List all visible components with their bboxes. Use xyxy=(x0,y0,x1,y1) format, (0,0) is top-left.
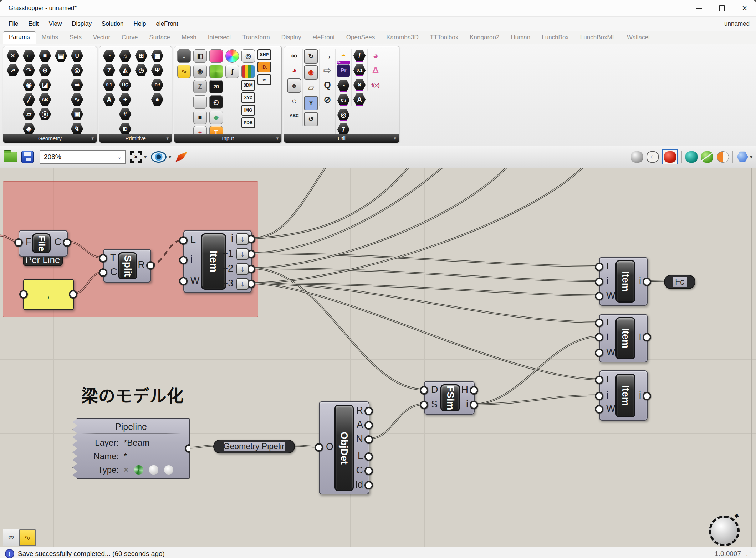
toolbar-icon[interactable]: A xyxy=(103,93,116,106)
input-port-C[interactable] xyxy=(99,268,107,277)
input-port-L[interactable] xyxy=(595,319,603,327)
wire-grey[interactable] xyxy=(252,283,599,379)
input-port-F[interactable] xyxy=(14,238,23,247)
group-label-util[interactable]: Util▾ xyxy=(284,134,399,143)
toolbar-icon[interactable]: ↯ xyxy=(71,122,83,135)
sketch-pen-button[interactable] xyxy=(175,152,188,162)
group-label-input[interactable]: Input▾ xyxy=(174,134,281,143)
toolbar-icon[interactable]: ◉ xyxy=(193,65,207,78)
input-port-i[interactable] xyxy=(595,392,603,400)
toolbar-icon[interactable]: ↷ xyxy=(22,64,35,77)
wire-grey[interactable] xyxy=(252,168,446,253)
output-port-C[interactable] xyxy=(364,467,373,475)
item-b-component[interactable]: ItemLiWi xyxy=(599,314,648,362)
sketch-toggle[interactable]: ∿ xyxy=(19,529,36,546)
toolbar-icon[interactable]: ID xyxy=(119,122,132,135)
navigation-ball[interactable] xyxy=(709,516,740,546)
wire-maroon[interactable] xyxy=(73,272,103,294)
wire-grey[interactable] xyxy=(252,283,599,379)
toolbar-icon[interactable]: ◴ xyxy=(209,95,223,109)
zoom-extents-dropdown[interactable]: ▾ xyxy=(144,154,147,160)
input-port-S[interactable] xyxy=(420,401,428,409)
split-component[interactable]: SplitTCR xyxy=(103,249,151,283)
tab-params[interactable]: Params xyxy=(3,31,36,44)
download-arrow-button[interactable]: ↓ xyxy=(236,278,249,290)
input-port-L[interactable] xyxy=(179,236,188,245)
toolbar-icon[interactable]: ⊞ xyxy=(135,49,148,62)
menu-view[interactable]: View xyxy=(44,20,67,27)
input-port-W[interactable] xyxy=(595,292,603,300)
toolbar-icon[interactable]: Pr xyxy=(337,64,350,77)
panel-output-port[interactable] xyxy=(69,290,77,299)
toolbar-icon[interactable]: ∞ xyxy=(288,49,301,62)
preview-eye-dropdown[interactable]: ▾ xyxy=(169,154,171,160)
toolbar-icon[interactable]: ◎ xyxy=(337,108,350,121)
output-port-R[interactable] xyxy=(146,261,155,270)
toolbar-icon[interactable] xyxy=(225,49,239,63)
toolbar-icon[interactable]: ∪ xyxy=(71,49,83,62)
input-port-L[interactable] xyxy=(595,376,603,384)
minimize-button[interactable] xyxy=(688,0,710,16)
wire-grey[interactable] xyxy=(252,253,599,266)
item-main-component[interactable]: ItemLiWi↓+1↓+2↓+3↓ xyxy=(183,230,252,293)
wire-dashed[interactable] xyxy=(150,240,183,265)
toolbar-icon[interactable]: ∞ xyxy=(257,74,271,85)
toolbar-icon[interactable]: ○ xyxy=(22,49,35,62)
toolbar-icon[interactable]: ◉ xyxy=(22,78,35,91)
maximize-button[interactable] xyxy=(710,0,733,16)
toolbar-icon[interactable]: Y xyxy=(304,96,318,110)
download-arrow-button[interactable]: ↓ xyxy=(236,248,249,260)
toolbar-icon[interactable]: / xyxy=(353,49,366,62)
input-port-D[interactable] xyxy=(420,386,428,395)
group-label-geometry[interactable]: Geometry▾ xyxy=(3,134,97,143)
tab-karamba3d[interactable]: Karamba3D xyxy=(380,32,424,44)
fsim-component[interactable]: FSimDSHi xyxy=(424,381,475,415)
tab-vector[interactable]: Vector xyxy=(87,32,116,44)
group-expand-icon[interactable]: ▾ xyxy=(91,134,94,143)
toolbar-icon[interactable]: ◉ xyxy=(304,65,318,80)
save-file-button[interactable] xyxy=(21,151,34,163)
tab-maths[interactable]: Maths xyxy=(36,32,64,44)
toolbar-icon[interactable]: ● xyxy=(151,93,164,106)
toolbar-icon[interactable]: XYZ xyxy=(241,92,255,103)
toolbar-icon[interactable]: 0.1 xyxy=(353,64,366,77)
pipeline-component[interactable]: Pipeline Layer:*Beam Name:* Type: × xyxy=(72,418,190,479)
toolbar-icon[interactable]: ↺ xyxy=(304,112,318,126)
toolbar-icon[interactable]: AB xyxy=(39,93,51,106)
toolbar-icon[interactable]: 0.1 xyxy=(103,78,116,91)
wire-grey[interactable] xyxy=(252,168,411,238)
pipeline-layer-value[interactable]: *Beam xyxy=(124,438,149,448)
toolbar-icon[interactable]: A xyxy=(353,93,366,106)
output-port-i[interactable] xyxy=(643,392,651,400)
input-port-O[interactable] xyxy=(315,443,323,452)
wire-grey[interactable] xyxy=(473,336,599,404)
pipeline-name-value[interactable]: * xyxy=(124,451,127,461)
toolbar-icon[interactable]: ○ xyxy=(288,95,301,107)
output-port-i[interactable] xyxy=(470,401,478,409)
tab-mesh[interactable]: Mesh xyxy=(176,32,202,44)
preview-off-button[interactable] xyxy=(631,151,643,163)
zoom-level-select[interactable]: 208% ⌄ xyxy=(40,150,126,164)
tab-sets[interactable]: Sets xyxy=(64,32,87,44)
tab-kangaroo2[interactable]: Kangaroo2 xyxy=(464,32,505,44)
group-expand-icon[interactable]: ▾ xyxy=(394,134,396,143)
toolbar-icon[interactable]: PDB xyxy=(241,117,255,128)
toolbar-icon[interactable]: ↗ xyxy=(6,64,19,77)
output-port-i[interactable] xyxy=(643,333,651,341)
wire-grey[interactable] xyxy=(252,168,411,238)
menu-solution[interactable]: Solution xyxy=(97,20,128,27)
toolbar-icon[interactable]: ÜÇ xyxy=(119,78,132,91)
tab-wallacei[interactable]: Wallacei xyxy=(621,32,655,44)
toolbar-icon[interactable]: ⇨ xyxy=(321,64,334,77)
toolbar-icon[interactable]: ◎ xyxy=(241,49,255,63)
zoom-extents-button[interactable]: × xyxy=(130,151,142,163)
type-mesh-icon[interactable] xyxy=(164,465,173,475)
toolbar-icon[interactable]: ▣ xyxy=(71,108,83,121)
toolbar-icon[interactable]: ■ xyxy=(39,49,51,62)
output-port-C[interactable] xyxy=(63,238,71,247)
item-c-component[interactable]: ItemLiWi xyxy=(599,370,648,421)
input-port-W[interactable] xyxy=(595,349,603,357)
toolbar-icon[interactable]: × xyxy=(6,49,19,62)
toolbar-icon[interactable]: ╱ xyxy=(22,93,35,106)
display-mode-dropdown[interactable]: ▾ xyxy=(750,154,752,160)
